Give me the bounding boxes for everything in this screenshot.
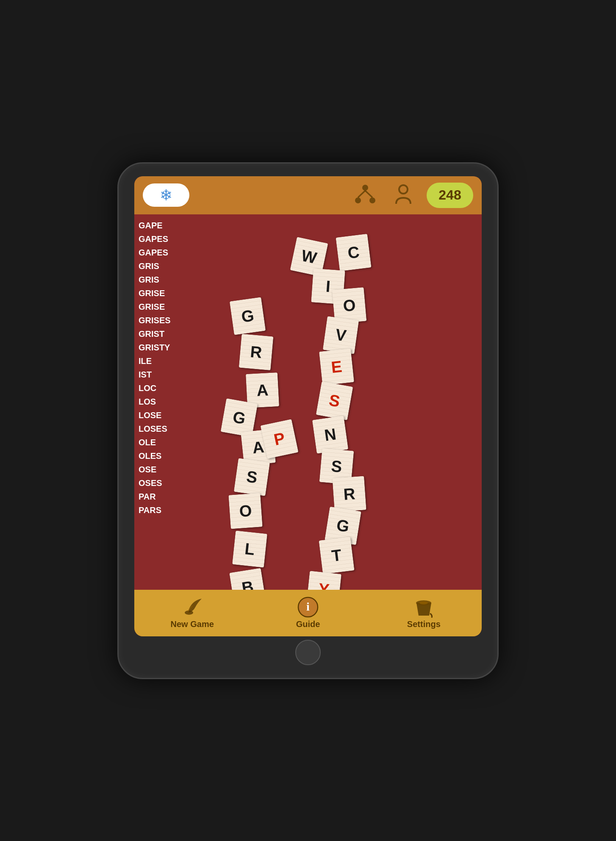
word-item: GAPE bbox=[139, 219, 194, 232]
word-item: OSES bbox=[139, 476, 194, 490]
word-item: ILE bbox=[139, 354, 194, 368]
word-item: LOS bbox=[139, 395, 194, 408]
tile-r-1[interactable]: R bbox=[239, 333, 274, 370]
word-item: OLES bbox=[139, 449, 194, 463]
tile-s-5[interactable]: S bbox=[234, 458, 270, 496]
settings-icon bbox=[412, 597, 436, 618]
word-item: GRISES bbox=[139, 314, 194, 327]
guide-icon: i bbox=[297, 597, 319, 618]
guide-label: Guide bbox=[296, 619, 320, 629]
word-list: GAPEGAPESGAPESGRISGRISGRISEGRISEGRISESGR… bbox=[134, 214, 198, 590]
tile-l-7[interactable]: L bbox=[232, 530, 267, 567]
word-item: GRIS bbox=[139, 259, 194, 273]
device-frame: ❄ bbox=[117, 162, 499, 679]
word-item: LOSES bbox=[139, 422, 194, 436]
share-button[interactable] bbox=[350, 180, 380, 210]
user-timer-icon bbox=[392, 183, 415, 207]
snowflake-icon: ❄ bbox=[160, 186, 172, 204]
svg-point-2 bbox=[369, 197, 375, 203]
game-board[interactable]: GRAGASOLBWCIOVESNSRGTYJP bbox=[198, 214, 482, 590]
word-item: OSE bbox=[139, 463, 194, 476]
screen: ❄ bbox=[134, 176, 482, 636]
svg-point-5 bbox=[399, 185, 408, 194]
word-item: GRISTY bbox=[139, 341, 194, 354]
score-badge[interactable]: 248 bbox=[427, 183, 473, 208]
svg-text:i: i bbox=[306, 600, 310, 613]
word-item: GRIS bbox=[139, 273, 194, 286]
tile-c-10[interactable]: C bbox=[336, 233, 371, 271]
new-game-button[interactable]: New Game bbox=[154, 597, 230, 629]
svg-point-1 bbox=[355, 197, 361, 203]
guide-button[interactable]: i Guide bbox=[270, 597, 346, 629]
share-icon bbox=[354, 183, 377, 207]
svg-rect-6 bbox=[402, 200, 405, 201]
svg-point-11 bbox=[419, 602, 428, 605]
word-item: GAPES bbox=[139, 232, 194, 246]
word-item: LOSE bbox=[139, 408, 194, 422]
tile-r-18[interactable]: R bbox=[332, 476, 366, 512]
word-item: GRISE bbox=[139, 286, 194, 300]
tile-v-13[interactable]: V bbox=[323, 316, 359, 354]
tile-b-8[interactable]: B bbox=[229, 568, 266, 589]
tile-o-6[interactable]: O bbox=[228, 493, 262, 529]
user-timer-button[interactable] bbox=[388, 180, 418, 210]
tile-y-21[interactable]: Y bbox=[306, 571, 341, 590]
tile-g-0[interactable]: G bbox=[230, 297, 266, 335]
svg-line-3 bbox=[358, 191, 365, 197]
settings-label: Settings bbox=[407, 619, 441, 629]
tile-e-14[interactable]: E bbox=[319, 348, 354, 385]
new-game-icon bbox=[180, 597, 204, 618]
word-item: LOC bbox=[139, 381, 194, 395]
tile-s-15[interactable]: S bbox=[316, 381, 353, 420]
score-value: 248 bbox=[438, 187, 461, 203]
svg-line-4 bbox=[365, 191, 372, 197]
new-game-label: New Game bbox=[171, 619, 214, 629]
word-item: OLE bbox=[139, 436, 194, 449]
word-item: PAR bbox=[139, 490, 194, 503]
main-area: GAPEGAPESGAPESGRISGRISGRISEGRISEGRISESGR… bbox=[134, 214, 482, 590]
home-button[interactable] bbox=[295, 640, 321, 665]
tile-n-16[interactable]: N bbox=[312, 416, 348, 454]
svg-point-0 bbox=[362, 185, 368, 191]
word-item: GRISE bbox=[139, 300, 194, 314]
settings-button[interactable]: Settings bbox=[386, 597, 462, 629]
snowflake-button[interactable]: ❄ bbox=[143, 183, 189, 207]
footer: New Game i Guide Settings bbox=[134, 590, 482, 636]
word-item: PARS bbox=[139, 503, 194, 517]
word-item: GAPES bbox=[139, 246, 194, 259]
header: ❄ bbox=[134, 176, 482, 214]
word-item: IST bbox=[139, 368, 194, 381]
tile-p-23[interactable]: P bbox=[261, 419, 299, 459]
word-item: GRIST bbox=[139, 327, 194, 341]
tile-t-20[interactable]: T bbox=[319, 536, 354, 574]
